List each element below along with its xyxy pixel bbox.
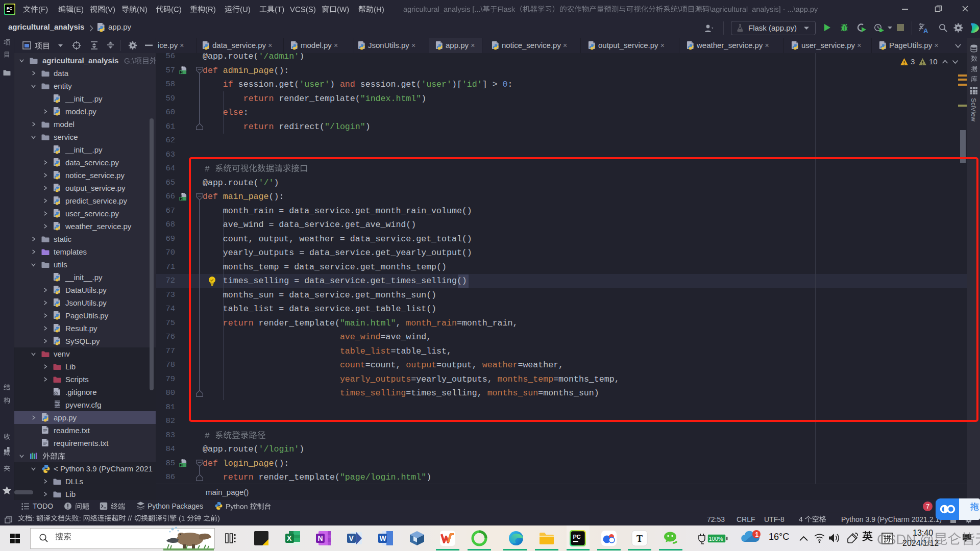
svg-text:X: X <box>287 534 292 542</box>
svg-text:N: N <box>318 534 323 542</box>
svg-text:1: 1 <box>755 531 759 538</box>
svg-text:PC: PC <box>573 534 581 540</box>
svg-text:100%: 100% <box>709 536 723 542</box>
svg-text:V: V <box>349 534 354 542</box>
svg-text:T: T <box>636 534 643 544</box>
svg-text:W: W <box>380 534 387 542</box>
svg-text:PC: PC <box>7 6 12 11</box>
svg-text:A: A <box>923 27 928 34</box>
